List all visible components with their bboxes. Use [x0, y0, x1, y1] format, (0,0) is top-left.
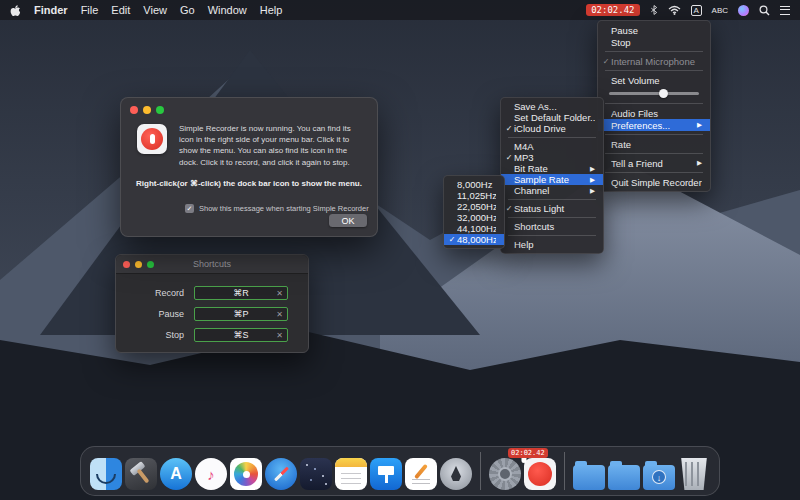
menu-item-sample-rate[interactable]: Sample Rate▶ — [501, 174, 603, 185]
volume-slider-knob[interactable] — [659, 89, 668, 98]
simple-recorder-icon[interactable]: 02:02.42 — [524, 458, 556, 490]
menu-item-channel[interactable]: Channel▶ — [501, 185, 603, 196]
menu-item-8-000hz[interactable]: 8,000Hz — [444, 179, 504, 190]
alert-body-text: Simple Recorder is now running. You can … — [179, 123, 365, 168]
menu-item-label: Preferences... — [611, 120, 689, 131]
shortcut-value: ⌘S — [233, 330, 248, 340]
menu-item-label: Save As... — [514, 101, 595, 112]
minimize-button[interactable] — [135, 261, 142, 268]
shortcut-field-stop[interactable]: ⌘S✕ — [194, 328, 288, 342]
clear-shortcut-button[interactable]: ✕ — [276, 331, 283, 340]
itunes-icon[interactable]: ♪ — [195, 458, 227, 490]
shortcut-field-record[interactable]: ⌘R✕ — [194, 286, 288, 300]
menu-item-tell-a-friend[interactable]: Tell a Friend▶ — [598, 157, 710, 169]
menubar-menu-view[interactable]: View — [143, 4, 167, 16]
trash-icon[interactable] — [678, 458, 710, 490]
menu-item-label: Bit Rate — [514, 163, 582, 174]
volume-slider-track[interactable] — [609, 92, 699, 95]
folder-icon[interactable] — [573, 465, 605, 490]
photos-icon[interactable] — [230, 458, 262, 490]
siri-icon[interactable] — [738, 5, 749, 16]
shortcut-label: Stop — [132, 330, 194, 340]
hammer-app-icon[interactable] — [125, 458, 157, 490]
record-circle-icon — [141, 128, 163, 150]
clear-shortcut-button[interactable]: ✕ — [276, 289, 283, 298]
menu-item-44-100hz[interactable]: 44,100Hz — [444, 223, 504, 234]
menu-item-48-000hz[interactable]: ✓48,000Hz — [444, 234, 504, 245]
menu-item-stop[interactable]: Stop — [598, 36, 710, 48]
finder-icon[interactable] — [90, 458, 122, 490]
menu-item-label: Set Volume — [611, 75, 702, 86]
menu-item-rate[interactable]: Rate — [598, 138, 710, 150]
menu-item-status-light[interactable]: ✓Status Light — [501, 203, 603, 214]
app-glyph: ↓ — [643, 465, 675, 490]
menu-item-set-default-folder[interactable]: Set Default Folder... — [501, 112, 603, 123]
menu-item-set-volume[interactable]: Set Volume — [598, 74, 710, 86]
apple-menu-icon[interactable] — [10, 4, 21, 17]
safari-icon[interactable] — [265, 458, 297, 490]
recorder-menubar-timer[interactable]: 02:02.42 — [586, 4, 639, 16]
spotlight-icon[interactable] — [759, 5, 770, 16]
menu-separator — [508, 137, 596, 138]
app-store-icon[interactable]: A — [160, 458, 192, 490]
menu-separator — [508, 235, 596, 236]
menu-item-22-050hz[interactable]: 22,050Hz — [444, 201, 504, 212]
menu-item-bit-rate[interactable]: Bit Rate▶ — [501, 163, 603, 174]
notification-center-icon[interactable] — [780, 6, 790, 15]
shortcut-value: ⌘P — [233, 309, 248, 319]
menubar-app-name[interactable]: Finder — [34, 4, 68, 16]
system-preferences-icon[interactable] — [489, 458, 521, 490]
menubar-menu-go[interactable]: Go — [180, 4, 195, 16]
menu-item-save-as[interactable]: Save As... — [501, 101, 603, 112]
checkbox-check-icon: ✓ — [187, 205, 193, 212]
menubar-menu-window[interactable]: Window — [208, 4, 247, 16]
recorder-menu: PauseStop✓Internal MicrophoneSet VolumeA… — [597, 20, 711, 192]
check-icon: ✓ — [447, 235, 457, 244]
menu-item-m4a[interactable]: M4A — [501, 141, 603, 152]
folder-icon[interactable] — [608, 465, 640, 490]
menu-item-internal-microphone: ✓Internal Microphone — [598, 55, 710, 67]
submenu-arrow-icon: ▶ — [590, 187, 595, 195]
pages-icon[interactable] — [405, 458, 437, 490]
minimize-button[interactable] — [143, 106, 151, 114]
volume-slider-row — [598, 86, 710, 100]
input-source-label[interactable]: ABC — [712, 6, 728, 15]
zoom-button[interactable] — [147, 261, 154, 268]
menu-item-label: Sample Rate — [514, 174, 582, 185]
menu-item-icloud-drive[interactable]: ✓iCloud Drive — [501, 123, 603, 134]
sample-rate-submenu: 8,000Hz11,025Hz22,050Hz32,000Hz44,100Hz✓… — [443, 175, 505, 249]
zoom-button[interactable] — [156, 106, 164, 114]
menu-item-audio-files[interactable]: Audio Files — [598, 107, 710, 119]
menubar-menu-edit[interactable]: Edit — [111, 4, 130, 16]
wifi-icon[interactable] — [668, 5, 681, 15]
close-button[interactable] — [123, 261, 130, 268]
input-source-icon[interactable]: A — [691, 5, 702, 16]
menu-item-mp3[interactable]: ✓MP3 — [501, 152, 603, 163]
menu-separator — [605, 134, 703, 135]
recorder-timer-badge: 02:02.42 — [508, 448, 548, 458]
menubar-menu-file[interactable]: File — [81, 4, 99, 16]
menu-item-11-025hz[interactable]: 11,025Hz — [444, 190, 504, 201]
menu-separator — [605, 153, 703, 154]
menu-item-pause[interactable]: Pause — [598, 24, 710, 36]
menu-item-quit-simple-recorder[interactable]: Quit Simple Recorder — [598, 176, 710, 188]
dark-app-icon[interactable] — [300, 458, 332, 490]
keynote-icon[interactable] — [370, 458, 402, 490]
close-button[interactable] — [130, 106, 138, 114]
menubar-menu-help[interactable]: Help — [260, 4, 283, 16]
launchpad-icon[interactable] — [440, 458, 472, 490]
menu-item-preferences[interactable]: Preferences...▶ — [598, 119, 710, 131]
show-message-checkbox[interactable]: ✓ — [185, 204, 194, 213]
clear-shortcut-button[interactable]: ✕ — [276, 310, 283, 319]
menu-item-label: Internal Microphone — [611, 56, 702, 67]
ok-button[interactable]: OK — [329, 214, 367, 227]
menu-item-32-000hz[interactable]: 32,000Hz — [444, 212, 504, 223]
shortcut-field-pause[interactable]: ⌘P✕ — [194, 307, 288, 321]
bluetooth-icon[interactable] — [650, 4, 658, 16]
downloads-folder-icon[interactable]: ↓ — [643, 465, 675, 490]
menu-item-label: Tell a Friend — [611, 158, 689, 169]
microphone-icon — [150, 134, 155, 144]
menu-item-help[interactable]: Help — [501, 239, 603, 250]
menu-item-shortcuts[interactable]: Shortcuts — [501, 221, 603, 232]
notes-icon[interactable] — [335, 458, 367, 490]
